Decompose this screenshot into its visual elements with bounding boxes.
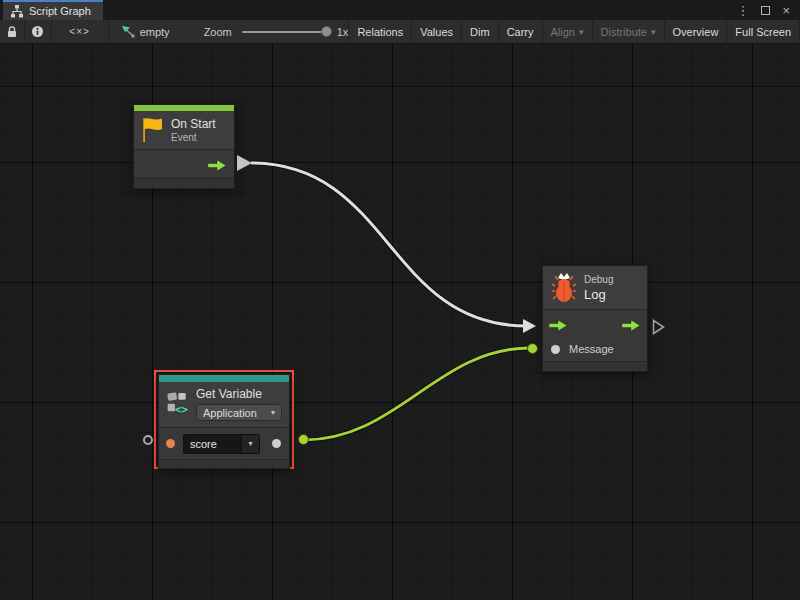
- unconnected-value-indicator: [143, 435, 153, 445]
- node-title: On Start: [171, 117, 216, 131]
- variable-name-dropdown[interactable]: ▾: [241, 435, 259, 453]
- align-button[interactable]: Align▾: [543, 20, 593, 43]
- zoom-label: Zoom: [204, 26, 232, 38]
- toolbar-buttons: Relations Values Dim Carry Align▾ Distri…: [349, 20, 800, 43]
- node-footer: [134, 178, 234, 188]
- node-header: <> Get Variable Application ▾: [159, 382, 289, 427]
- info-icon: [31, 25, 44, 38]
- wire-destination-dot: [527, 343, 538, 354]
- variable-name-value: score: [184, 435, 241, 453]
- maximize-icon[interactable]: [761, 6, 770, 15]
- zoom-value: 1x: [337, 26, 349, 38]
- node-exec-row: [543, 309, 647, 337]
- node-accent-bar: [159, 375, 289, 382]
- menu-icon[interactable]: ⋮: [736, 4, 749, 17]
- zoom-slider-handle[interactable]: [321, 26, 332, 37]
- flag-icon: [141, 116, 164, 143]
- info-button[interactable]: [25, 20, 51, 43]
- script-graph-window: Script Graph ⋮ × <×>: [0, 0, 800, 600]
- port-label: Message: [569, 343, 614, 355]
- variables-icon: <>: [166, 387, 189, 418]
- values-button[interactable]: Values: [412, 20, 462, 43]
- distribute-button[interactable]: Distribute▾: [593, 20, 665, 43]
- zoom-slider[interactable]: [242, 31, 328, 33]
- overview-button[interactable]: Overview: [665, 20, 728, 43]
- graph-asset-icon: [121, 25, 135, 38]
- lock-icon: [6, 25, 18, 38]
- node-body: score ▾: [159, 427, 289, 459]
- code-glyph: <×>: [69, 26, 90, 37]
- node-subtitle: Event: [171, 132, 216, 143]
- node-footer: [543, 361, 647, 371]
- window-controls: ⋮ ×: [736, 0, 800, 20]
- node-footer: [159, 459, 289, 468]
- graph-canvas[interactable]: [0, 44, 800, 600]
- node-header: Debug Log: [543, 266, 647, 309]
- bug-icon: [551, 272, 577, 303]
- variable-name-field[interactable]: score ▾: [183, 434, 260, 454]
- toolbar-middle: empty Zoom 1x: [109, 20, 350, 43]
- variable-scope-dropdown[interactable]: Application ▾: [196, 404, 282, 421]
- node-debug-log[interactable]: Debug Log Message: [542, 265, 648, 372]
- node-on-start[interactable]: On Start Event: [133, 104, 235, 189]
- carry-button[interactable]: Carry: [499, 20, 543, 43]
- close-icon[interactable]: ×: [782, 4, 790, 17]
- chevron-down-icon: ▾: [579, 27, 584, 37]
- relations-button[interactable]: Relations: [349, 20, 412, 43]
- graph-reference-label: empty: [140, 26, 170, 38]
- node-kicker: Debug: [584, 274, 613, 285]
- node-title: Get Variable: [196, 387, 282, 401]
- title-bar: Script Graph ⋮ ×: [0, 0, 800, 20]
- code-preview-button[interactable]: <×>: [52, 20, 109, 43]
- unconnected-exec-indicator: [652, 319, 665, 335]
- node-body: [134, 149, 234, 178]
- exec-output-port[interactable]: [622, 318, 641, 331]
- lock-button[interactable]: [0, 20, 25, 43]
- value-output-port[interactable]: [272, 439, 281, 448]
- graph-reference[interactable]: empty: [121, 25, 170, 38]
- name-input-port[interactable]: [166, 439, 175, 448]
- node-get-variable[interactable]: <> Get Variable Application ▾ score ▾: [158, 374, 290, 469]
- fullscreen-button[interactable]: Full Screen: [727, 20, 800, 43]
- node-message-row: Message: [543, 337, 647, 361]
- dim-button[interactable]: Dim: [462, 20, 499, 43]
- wire-arrowhead-icon: [523, 319, 536, 333]
- svg-text:<>: <>: [175, 403, 188, 416]
- node-title: Log: [584, 287, 613, 302]
- script-graph-icon: [10, 5, 24, 18]
- message-input-port[interactable]: [551, 345, 560, 354]
- exec-input-port[interactable]: [549, 318, 568, 331]
- graph-toolbar: <×> empty Zoom 1x Relations Values Dim C…: [0, 20, 800, 44]
- exec-output-port[interactable]: [208, 158, 227, 171]
- chevron-down-icon: ▾: [651, 27, 656, 37]
- chevron-down-icon: ▾: [271, 408, 275, 417]
- tab-script-graph[interactable]: Script Graph: [3, 0, 103, 20]
- wire-start-connector: [237, 155, 252, 171]
- wire-source-dot: [298, 434, 309, 445]
- tab-title: Script Graph: [29, 5, 91, 17]
- scope-value: Application: [203, 407, 257, 419]
- node-header: On Start Event: [134, 111, 234, 149]
